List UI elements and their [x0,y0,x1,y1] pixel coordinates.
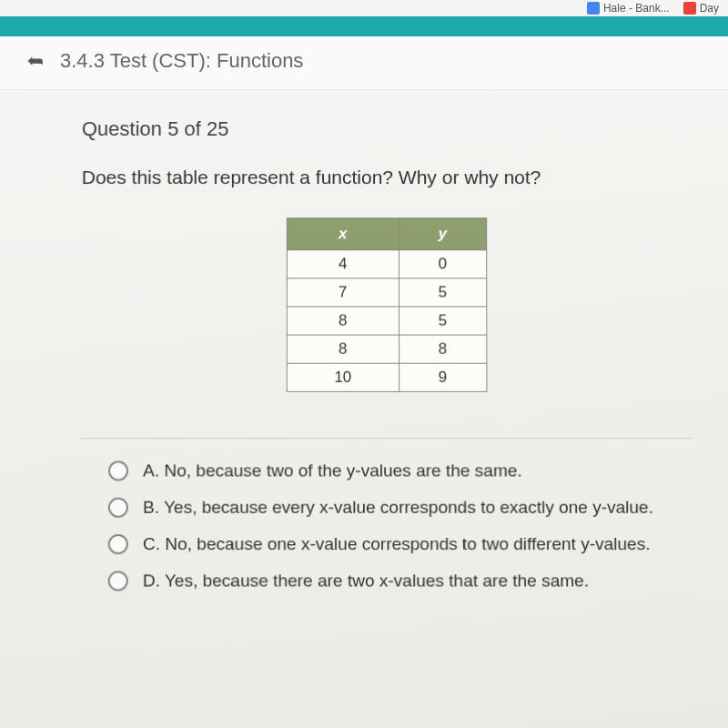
table-cell-x: 10 [287,363,399,391]
bookmark-label: Hale - Bank... [603,2,670,15]
table-row: 4 0 [287,250,486,278]
browser-bookmarks-bar: Hale - Bank... Day [0,0,728,16]
table-row: 7 5 [287,278,486,307]
option-b[interactable]: B. Yes, because every x-value correspond… [108,498,693,518]
bookmark-label: Day [700,2,719,15]
radio-icon[interactable] [108,534,128,554]
table-row: 10 9 [287,363,487,391]
bookmark-favicon-icon [587,2,600,15]
table-header-y: y [399,218,486,250]
table-cell-x: 4 [287,250,399,278]
bookmark-day[interactable]: Day [683,2,719,15]
option-b-text: B. Yes, because every x-value correspond… [143,498,653,518]
radio-icon[interactable] [108,498,128,518]
table-row: 8 8 [287,335,487,363]
table-cell-x: 7 [287,278,399,307]
question-prompt-text: Does this table represent a function? Wh… [82,167,693,188]
question-number-label: Question 5 of 25 [82,117,692,141]
table-cell-y: 0 [399,250,486,278]
table-header-x: x [287,218,399,250]
teal-header-band [0,16,728,36]
option-d-text: D. Yes, because there are two x-values t… [143,571,589,591]
table-cell-y: 9 [399,363,487,391]
table-cell-y: 5 [399,307,487,335]
table-cell-y: 8 [399,335,487,363]
radio-icon[interactable] [108,571,128,591]
table-cell-x: 8 [287,335,399,363]
answer-options-list: A. No, because two of the y-values are t… [81,460,693,591]
bookmark-favicon-icon [683,2,696,15]
test-header-bar: ➦ 3.4.3 Test (CST): Functions [0,36,728,90]
bookmark-hale-bank[interactable]: Hale - Bank... [587,2,670,15]
option-c-text: C. No, because one x-value corresponds t… [143,534,651,554]
table-row: 8 5 [287,307,487,335]
table-cell-x: 8 [287,307,399,335]
option-c[interactable]: C. No, because one x-value corresponds t… [108,534,693,554]
function-data-table: x y 4 0 7 5 8 5 8 8 10 9 [287,217,488,392]
section-divider [81,438,693,439]
option-a[interactable]: A. No, because two of the y-values are t… [108,460,693,480]
test-title: 3.4.3 Test (CST): Functions [60,49,303,73]
option-a-text: A. No, because two of the y-values are t… [143,460,522,480]
question-content-area: Question 5 of 25 Does this table represe… [0,90,728,728]
radio-icon[interactable] [108,460,128,480]
option-d[interactable]: D. Yes, because there are two x-values t… [108,571,693,591]
table-cell-y: 5 [399,278,487,307]
back-arrow-icon[interactable]: ➦ [27,49,44,73]
